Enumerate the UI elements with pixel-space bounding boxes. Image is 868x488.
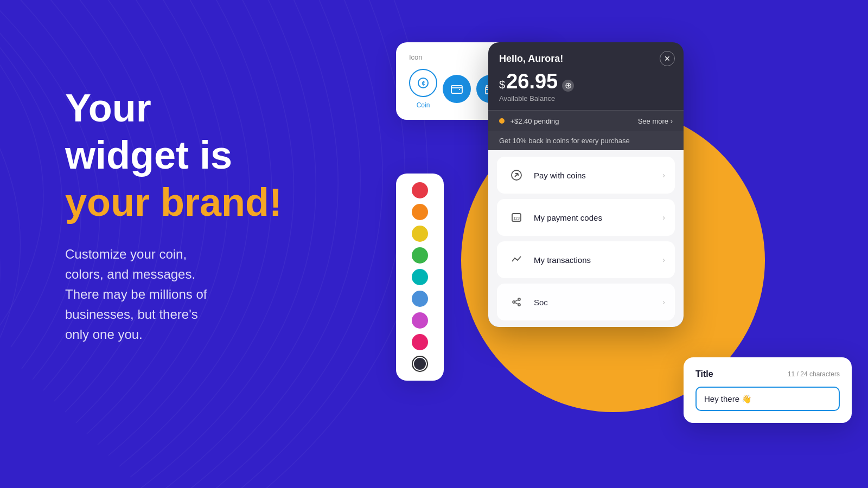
left-section: Your widget is your brand! Customize you… <box>65 87 358 345</box>
color-red[interactable] <box>412 182 428 198</box>
svg-line-11 <box>515 303 518 304</box>
menu-item-left-4: Soc <box>507 292 548 312</box>
title-input-field[interactable] <box>695 387 840 411</box>
balance-amount: 26.95 <box>506 70 558 93</box>
menu-social-label: Soc <box>534 298 548 307</box>
svg-point-7 <box>513 301 515 303</box>
color-teal[interactable] <box>412 269 428 285</box>
headline-line1: Your <box>65 87 358 130</box>
pending-left: +$2.40 pending <box>499 116 559 126</box>
headline-line2: widget is <box>65 134 358 177</box>
title-card-header: Title 11 / 24 characters <box>695 369 840 379</box>
payment-codes-chevron: › <box>662 213 665 222</box>
svg-line-10 <box>515 300 518 301</box>
menu-item-left: Pay with coins <box>507 165 586 185</box>
balance-add-button[interactable]: ⊕ <box>562 80 574 92</box>
social-chevron: › <box>662 298 665 306</box>
color-blue[interactable] <box>412 291 428 307</box>
payment-codes-icon: 123 <box>507 208 526 227</box>
svg-rect-2 <box>451 86 462 93</box>
menu-item-pay-coins[interactable]: Pay with coins › <box>497 157 675 194</box>
widget-header: Hello, Aurora! ✕ $ 26.95 ⊕ Available Bal… <box>488 42 684 110</box>
svg-text:123: 123 <box>513 216 520 220</box>
balance-label: Available Balance <box>499 94 673 102</box>
svg-point-8 <box>518 298 520 300</box>
menu-item-social[interactable]: Soc › <box>497 284 675 320</box>
right-section: Icon ₵ Coin <box>380 0 868 488</box>
svg-point-9 <box>518 304 520 306</box>
color-purple[interactable] <box>412 312 428 329</box>
headline: Your widget is your brand! <box>65 87 358 224</box>
title-input-card: Title 11 / 24 characters <box>684 357 852 423</box>
svg-text:₵: ₵ <box>422 80 425 86</box>
transactions-icon <box>507 250 526 269</box>
pending-row: +$2.40 pending See more › <box>488 110 684 131</box>
menu-payment-codes-label: My payment codes <box>534 213 602 222</box>
widget-greeting: Hello, Aurora! <box>499 53 673 65</box>
widget-close-button[interactable]: ✕ <box>660 51 675 66</box>
pay-coins-chevron: › <box>662 171 665 179</box>
menu-cards-section: Pay with coins › 123 My payment codes › <box>488 150 684 327</box>
color-orange[interactable] <box>412 204 428 220</box>
color-green[interactable] <box>412 247 428 264</box>
color-pink[interactable] <box>412 334 428 350</box>
menu-transactions-label: My transactions <box>534 255 591 265</box>
color-yellow[interactable] <box>412 226 428 242</box>
balance-dollar-sign: $ <box>499 79 505 91</box>
icon-coin-label: Coin <box>417 101 430 109</box>
social-icon <box>507 292 526 312</box>
color-selector-card <box>396 174 444 381</box>
menu-item-transactions[interactable]: My transactions › <box>497 241 675 278</box>
transactions-chevron: › <box>662 255 665 264</box>
widget-balance-row: $ 26.95 ⊕ <box>499 70 673 93</box>
color-dark[interactable] <box>412 356 428 372</box>
title-card-label: Title <box>695 369 713 379</box>
pending-dot <box>499 118 505 124</box>
see-more-link[interactable]: See more › <box>638 117 673 125</box>
headline-brand: your brand! <box>65 181 358 224</box>
subtext: Customize your coin, colors, and message… <box>65 244 358 345</box>
menu-pay-coins-label: Pay with coins <box>534 171 586 180</box>
title-char-count: 11 / 24 characters <box>788 370 840 378</box>
menu-item-left-2: 123 My payment codes <box>507 208 602 227</box>
pay-coins-icon <box>507 165 526 185</box>
icon-wallet[interactable] <box>443 75 471 103</box>
coins-back-banner: Get 10% back in coins for every purchase <box>488 131 684 150</box>
pending-text: +$2.40 pending <box>510 117 559 125</box>
icon-coin[interactable]: ₵ <box>409 69 437 97</box>
menu-item-payment-codes[interactable]: 123 My payment codes › <box>497 199 675 236</box>
main-widget-card: Hello, Aurora! ✕ $ 26.95 ⊕ Available Bal… <box>488 42 684 327</box>
menu-item-left-3: My transactions <box>507 250 591 269</box>
